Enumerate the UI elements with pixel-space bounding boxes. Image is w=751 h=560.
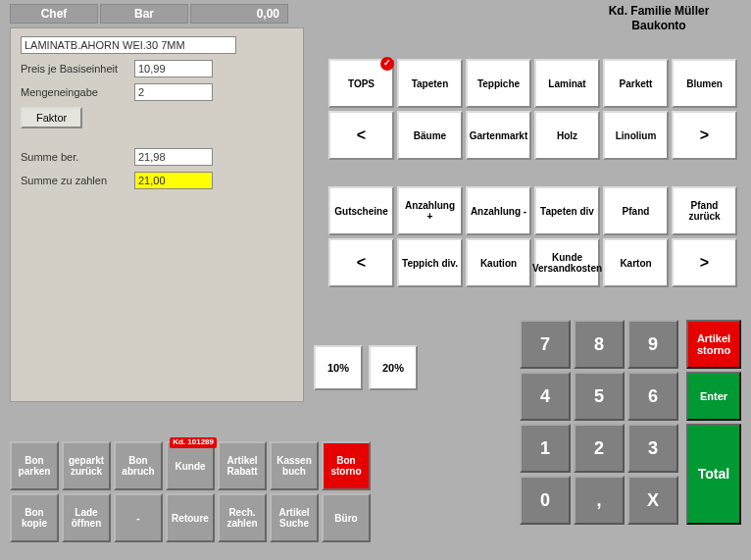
chevron-left-icon: < [357,127,366,144]
cat-gartenmarkt[interactable]: Gartenmarkt [466,111,531,160]
num-2[interactable]: 2 [574,424,625,473]
cat-prev-1[interactable]: < [328,111,394,160]
artikel-rabatt-button[interactable]: Artikel Rabatt [218,441,267,490]
sum-pay-input[interactable]: 21,00 [134,172,213,189]
cat-tapeten-div[interactable]: Tapeten div [534,186,600,235]
kd-badge: Kd. 101289 [170,437,217,448]
enter-button[interactable]: Enter [686,372,741,421]
kassenbuch-button[interactable]: Kassen buch [270,441,319,490]
num-8[interactable]: 8 [574,320,625,369]
num-clear[interactable]: X [627,476,678,525]
cat-anzahlung-minus[interactable]: Anzahlung - [466,186,531,235]
chevron-left-icon: < [357,254,366,272]
cat-tops[interactable]: TOPS ✓ [328,59,394,108]
geparkt-zurueck-button[interactable]: geparkt zurück [62,441,111,490]
sum-calc-input: 21,98 [134,148,213,166]
article-name-input[interactable]: LAMINATB.AHORN WEI.30 7MM [21,36,236,54]
cat-pfand-zurueck[interactable]: Pfand zurück [672,186,737,235]
cat-holz[interactable]: Holz [534,111,600,160]
cat-teppiche[interactable]: Teppiche [466,59,531,108]
buero-button[interactable]: Büro [322,493,371,542]
kunde-button[interactable]: Kunde Kd. 101289 [166,441,215,490]
discount-row: 10% 20% [314,345,418,390]
cat-prev-2[interactable]: < [328,238,394,287]
num-1[interactable]: 1 [520,424,571,473]
cat-kunde-versand[interactable]: Kunde Versandkosten [534,238,600,287]
cat-teppich-div[interactable]: Teppich div. [397,238,463,287]
artikel-storno-button[interactable]: Artikel storno [686,320,741,369]
num-6[interactable]: 6 [627,372,678,421]
cat-gutscheine[interactable]: Gutscheine [328,186,394,235]
rech-zahlen-button[interactable]: Rech. zahlen [218,493,267,542]
bon-storno-button[interactable]: Bon storno [322,441,371,490]
price-label: Preis je Basiseinheit [21,63,128,75]
tab-total: 0,00 [190,4,288,24]
customer-header: Kd. Familie Müller Baukonto [580,4,737,33]
tab-bar[interactable]: Bar [100,4,188,24]
customer-account: Baukonto [580,19,737,33]
category-grid-2: Gutscheine Anzahlung + Anzahlung - Tapet… [328,186,737,287]
num-3[interactable]: 3 [627,424,678,473]
tab-chef[interactable]: Chef [10,4,98,24]
cat-tapeten[interactable]: Tapeten [397,59,463,108]
cat-parkett[interactable]: Parkett [603,59,669,108]
chevron-right-icon: > [700,254,709,272]
action-column: Artikel storno Enter Total [686,320,741,525]
category-grid-1: TOPS ✓ Tapeten Teppiche Laminat Parkett … [328,59,737,160]
cat-next-1[interactable]: > [672,111,737,160]
factor-button[interactable]: Faktor [21,107,82,128]
num-0[interactable]: 0 [520,476,571,525]
num-9[interactable]: 9 [627,320,678,369]
bon-parken-button[interactable]: Bon parken [10,441,59,490]
cat-laminat[interactable]: Laminat [534,59,600,108]
qty-input[interactable]: 2 [134,83,213,101]
check-icon: ✓ [380,57,394,71]
num-4[interactable]: 4 [520,372,571,421]
price-input[interactable]: 10,99 [134,60,213,77]
cat-baeume[interactable]: Bäume [397,111,463,160]
cat-kaution[interactable]: Kaution [466,238,531,287]
num-comma[interactable]: , [574,476,625,525]
retoure-button[interactable]: Retoure [166,493,215,542]
discount-20[interactable]: 20% [369,345,418,390]
total-button[interactable]: Total [686,424,741,525]
bon-kopie-button[interactable]: Bon kopie [10,493,59,542]
num-5[interactable]: 5 [574,372,625,421]
customer-name: Kd. Familie Müller [580,4,737,19]
article-panel: LAMINATB.AHORN WEI.30 7MM Preis je Basis… [10,27,304,402]
cat-anzahlung-plus[interactable]: Anzahlung + [397,186,463,235]
cat-pfand[interactable]: Pfand [603,186,669,235]
cat-label: TOPS [348,78,375,89]
sum-calc-label: Summe ber. [21,151,128,163]
sum-pay-label: Summe zu zahlen [21,175,128,186]
cat-next-2[interactable]: > [672,238,737,287]
lade-oeffnen-button[interactable]: Lade öffnen [62,493,111,542]
numpad: 7 8 9 4 5 6 1 2 3 0 , X [520,320,678,525]
cat-linolium[interactable]: Linolium [603,111,669,160]
qty-label: Mengeneingabe [21,86,128,98]
minus-button[interactable]: - [114,493,163,542]
chevron-right-icon: > [700,127,709,144]
cat-blumen[interactable]: Blumen [672,59,737,108]
artikel-suche-button[interactable]: Artikel Suche [270,493,319,542]
num-7[interactable]: 7 [520,320,571,369]
discount-10[interactable]: 10% [314,345,363,390]
cat-karton[interactable]: Karton [603,238,669,287]
function-grid: Bon parken geparkt zurück Bon abruch Kun… [10,441,371,542]
kunde-label: Kunde [175,461,205,472]
bon-abruch-button[interactable]: Bon abruch [114,441,163,490]
